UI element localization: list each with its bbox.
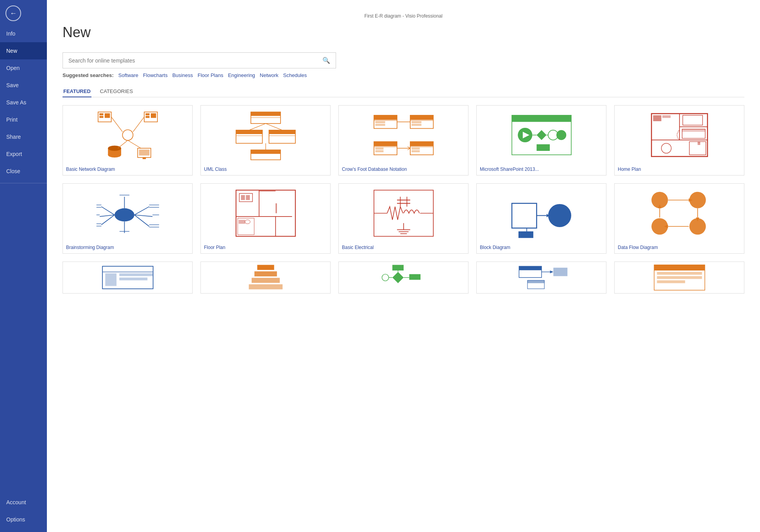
template-thumb-row3-5 [615, 262, 744, 293]
floor-plan-svg [207, 187, 324, 240]
sidebar-bottom: Account Options [0, 494, 47, 532]
template-thumb-home-plan [615, 106, 744, 164]
svg-rect-111 [259, 190, 275, 191]
template-label-uml-class: UML Class [201, 164, 330, 175]
row3-3-svg [345, 263, 462, 292]
svg-point-127 [548, 204, 571, 227]
template-thumb-brainstorming [63, 184, 192, 242]
template-crows-foot[interactable]: Crow's Foot Database Notation [338, 105, 469, 176]
svg-rect-58 [512, 115, 571, 122]
template-thumb-row3-1 [63, 262, 192, 293]
suggested-flowcharts[interactable]: Flowcharts [143, 72, 168, 78]
suggested-schedules[interactable]: Schedules [283, 72, 307, 78]
template-label-basic-electrical: Basic Electrical [339, 242, 468, 253]
svg-rect-153 [409, 274, 420, 279]
network-diagram-svg [70, 109, 186, 161]
svg-rect-50 [410, 142, 433, 146]
template-brainstorming[interactable]: Brainstorming Diagram [63, 183, 193, 254]
template-thumb-crows-foot [339, 106, 468, 164]
svg-rect-73 [662, 115, 671, 118]
search-button[interactable]: 🔍 [317, 53, 336, 68]
page-title: New [63, 24, 744, 41]
svg-point-77 [661, 143, 671, 153]
svg-rect-109 [238, 220, 245, 224]
svg-rect-74 [683, 115, 703, 125]
template-data-flow[interactable]: Data Flow Diagram [614, 183, 744, 254]
search-input[interactable] [63, 54, 317, 68]
template-thumb-sharepoint [477, 106, 606, 164]
template-grid-row1: Basic Network Diagram [63, 105, 744, 176]
svg-point-11 [108, 145, 121, 151]
sidebar-item-options[interactable]: Options [0, 511, 47, 528]
template-label-basic-network: Basic Network Diagram [63, 164, 192, 175]
row3-5-svg [621, 263, 738, 292]
svg-line-17 [118, 140, 127, 148]
tab-categories[interactable]: CATEGORIES [99, 86, 134, 97]
template-thumb-uml-class [201, 106, 330, 164]
svg-rect-112 [275, 203, 277, 213]
template-block-diagram[interactable]: Block Diagram [476, 183, 606, 254]
suggested-software[interactable]: Software [118, 72, 138, 78]
sidebar-item-export[interactable]: Export [0, 145, 47, 163]
svg-line-16 [133, 117, 144, 132]
svg-line-15 [111, 117, 122, 132]
svg-rect-1 [99, 113, 103, 115]
svg-rect-162 [553, 268, 567, 276]
svg-rect-2 [99, 116, 103, 118]
svg-rect-37 [375, 124, 385, 125]
svg-rect-42 [411, 124, 421, 125]
window-title: First E-R diagram - Visio Professional [63, 12, 744, 20]
sidebar: ← Info New Open Save Save As Print Share… [0, 0, 47, 532]
template-row3-5[interactable] [614, 262, 744, 294]
svg-rect-76 [682, 129, 705, 132]
svg-rect-53 [411, 150, 420, 152]
svg-rect-72 [653, 115, 661, 121]
svg-rect-29 [251, 150, 281, 154]
uml-svg [207, 109, 324, 161]
svg-rect-34 [374, 115, 397, 120]
svg-line-31 [265, 123, 282, 130]
sidebar-item-save[interactable]: Save [0, 77, 47, 94]
template-sharepoint[interactable]: Microsoft SharePoint 2013... [476, 105, 606, 176]
template-basic-network[interactable]: Basic Network Diagram [63, 105, 193, 176]
template-row3-2[interactable] [200, 262, 331, 294]
template-row3-4[interactable] [476, 262, 606, 294]
sidebar-item-share[interactable]: Share [0, 128, 47, 145]
template-home-plan[interactable]: Home Plan [614, 105, 744, 176]
suggested-engineering[interactable]: Engineering [228, 72, 255, 78]
template-row3-3[interactable] [338, 262, 469, 294]
svg-line-86 [134, 215, 149, 226]
template-floor-plan[interactable]: Floor Plan [200, 183, 331, 254]
suggested-floor-plans[interactable]: Floor Plans [198, 72, 224, 78]
svg-rect-164 [527, 280, 544, 283]
sidebar-item-open[interactable]: Open [0, 59, 47, 77]
template-basic-electrical[interactable]: Basic Electrical [338, 183, 469, 254]
template-thumb-row3-3 [339, 262, 468, 293]
tab-featured[interactable]: FEATURED [63, 86, 91, 97]
back-button[interactable]: ← [5, 5, 21, 21]
sidebar-item-print[interactable]: Print [0, 111, 47, 128]
suggested-business[interactable]: Business [172, 72, 193, 78]
svg-rect-6 [145, 116, 149, 118]
sidebar-item-info[interactable]: Info [0, 25, 47, 42]
sidebar-item-new[interactable]: New [0, 42, 47, 59]
svg-rect-64 [536, 144, 550, 151]
search-bar: 🔍 [63, 52, 336, 68]
suggested-searches: Suggested searches: Software Flowcharts … [63, 72, 744, 78]
suggested-network[interactable]: Network [260, 72, 279, 78]
sidebar-item-account[interactable]: Account [0, 494, 47, 511]
svg-rect-150 [249, 284, 282, 289]
row3-2-svg [207, 263, 324, 292]
svg-rect-13 [139, 149, 149, 155]
svg-line-81 [101, 206, 114, 215]
svg-point-80 [114, 208, 134, 221]
sidebar-item-save-as[interactable]: Save As [0, 94, 47, 111]
template-uml-class[interactable]: UML Class [200, 105, 331, 176]
template-grid-row2: Brainstorming Diagram [63, 183, 744, 254]
svg-rect-36 [375, 121, 385, 123]
electrical-svg [345, 187, 462, 240]
sidebar-item-close[interactable]: Close [0, 163, 47, 180]
tabs: FEATURED CATEGORIES [63, 86, 744, 97]
template-row3-1[interactable] [63, 262, 193, 294]
svg-rect-52 [411, 147, 420, 149]
